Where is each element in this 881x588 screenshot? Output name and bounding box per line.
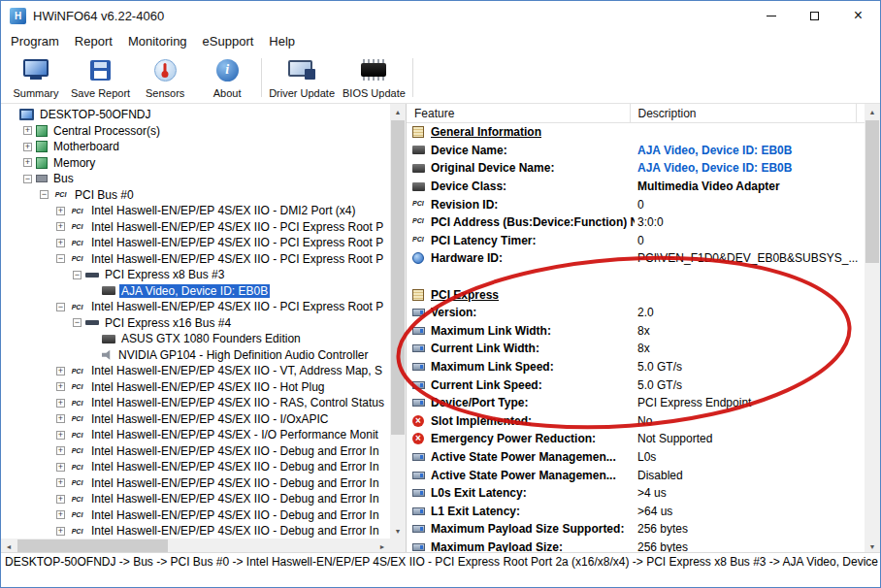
detail-row[interactable]: PCI Address (Bus:Device:Function) Nu...3…	[407, 213, 865, 232]
tree-item-intel-haswell-en-ep-ep-4s-ex-iio-debug-and[interactable]: +Intel Haswell-EN/EP/EP 4S/EX IIO - Debu…	[1, 443, 390, 460]
column-header-feature[interactable]: Feature	[407, 104, 631, 122]
tree-item-aja-video-device-id-eb0b[interactable]: AJA Video, Device ID: EB0B	[1, 283, 390, 300]
detail-row[interactable]: Device Class:Multimedia Video Adapter	[407, 178, 865, 196]
detail-row[interactable]: Active State Power Managemen...L0s	[407, 448, 865, 467]
scroll-thumb[interactable]	[391, 120, 405, 435]
detail-row[interactable]: PCI Latency Timer:0	[407, 232, 865, 250]
tree-item-motherboard[interactable]: +Motherboard	[1, 139, 390, 155]
scroll-track[interactable]	[865, 119, 880, 539]
tree-item-intel-haswell-en-ep-ep-4s-ex-iio-dmi2-port[interactable]: +Intel Haswell-EN/EP/EP 4S/EX IIO - DMI2…	[1, 203, 390, 219]
expand-plus-icon[interactable]: +	[56, 478, 65, 487]
tree-item-asus-gtx-1080-founders-edition[interactable]: ASUS GTX 1080 Founders Edition	[1, 331, 390, 347]
expand-plus-icon[interactable]: +	[23, 143, 32, 151]
detail-row[interactable]: L1 Exit Latency:>64 us	[407, 502, 865, 520]
tree-item-intel-haswell-en-ep-ep-4s-ex-iio-pci-expre[interactable]: +Intel Haswell-EN/EP/EP 4S/EX IIO - PCI …	[1, 219, 390, 236]
tree-item-intel-haswell-en-ep-ep-4s-ex-iio-debug-and[interactable]: +Intel Haswell-EN/EP/EP 4S/EX IIO - Debu…	[1, 475, 390, 492]
expand-plus-icon[interactable]: +	[23, 126, 32, 135]
details-vertical-scrollbar[interactable]: ▲ ▼	[865, 104, 880, 554]
scroll-track[interactable]	[390, 119, 406, 523]
minimize-button[interactable]	[749, 1, 793, 30]
expand-plus-icon[interactable]: +	[56, 527, 65, 536]
tree-item-intel-haswell-en-ep-ep-4s-ex-iio-hot-plug[interactable]: +Intel Haswell-EN/EP/EP 4S/EX IIO - Hot …	[1, 379, 390, 396]
close-button[interactable]: ×	[836, 1, 880, 30]
expand-plus-icon[interactable]: +	[56, 207, 65, 215]
scroll-up-icon[interactable]: ▲	[865, 104, 880, 119]
detail-row[interactable]: Maximum Link Speed:5.0 GT/s	[407, 358, 865, 376]
toolbar-save-report-button[interactable]: Save Report	[67, 52, 134, 103]
expand-plus-icon[interactable]: +	[56, 431, 65, 440]
detail-row[interactable]: Original Device Name:AJA Video, Device I…	[407, 159, 865, 178]
tree-item-memory[interactable]: +Memory	[1, 155, 390, 172]
detail-row[interactable]: Current Link Width:8x	[407, 340, 865, 358]
column-header-description[interactable]: Description	[631, 104, 858, 122]
tree-item-intel-haswell-en-ep-ep-4s-ex-iio-debug-and[interactable]: +Intel Haswell-EN/EP/EP 4S/EX IIO - Debu…	[1, 459, 390, 475]
expand-plus-icon[interactable]: +	[56, 446, 65, 455]
detail-row[interactable]: Hardware ID:PCI\VEN_F1D0&DEV_EB0B&SUBSYS…	[407, 249, 865, 268]
scroll-thumb[interactable]	[865, 120, 879, 263]
menu-item-report[interactable]: Report	[67, 32, 120, 50]
detail-row[interactable]: Device Name:AJA Video, Device ID: EB0B	[407, 142, 865, 160]
toolbar-about-button[interactable]: About	[196, 52, 258, 103]
toolbar-summary-button[interactable]: Summary	[5, 52, 67, 103]
detail-row[interactable]: Maximum Link Width:8x	[407, 322, 865, 341]
toolbar-sensors-button[interactable]: Sensors	[134, 52, 196, 103]
collapse-minus-icon[interactable]: −	[73, 271, 82, 279]
detail-row[interactable]: Active State Power Managemen...Disabled	[407, 466, 865, 484]
tree-item-pci-express-x8-bus-3[interactable]: −PCI Express x8 Bus #3	[1, 267, 390, 283]
tree-item-intel-haswell-en-ep-ep-4s-ex-iio-debug-and[interactable]: +Intel Haswell-EN/EP/EP 4S/EX IIO - Debu…	[1, 523, 390, 539]
tree-item-intel-haswell-en-ep-ep-4s-ex-iio-vt-addres[interactable]: +Intel Haswell-EN/EP/EP 4S/EX IIO - VT, …	[1, 363, 390, 379]
expand-plus-icon[interactable]: +	[56, 495, 65, 504]
tree-item-central-processor-s[interactable]: +Central Processor(s)	[1, 123, 390, 140]
detail-row[interactable]: Version:2.0	[407, 304, 865, 322]
tree-item-intel-haswell-en-ep-ep-4s-ex-iio-debug-and[interactable]: +Intel Haswell-EN/EP/EP 4S/EX IIO - Debu…	[1, 491, 390, 507]
maximize-button[interactable]	[793, 1, 836, 30]
toolbar-bios-update-button[interactable]: BIOS Update	[339, 52, 409, 103]
toolbar-driver-update-button[interactable]: Driver Update	[265, 52, 339, 103]
detail-row[interactable]: Maximum Payload Size Supported:256 bytes	[407, 520, 865, 539]
tree-vertical-scrollbar[interactable]: ▲ ▼	[390, 104, 406, 539]
detail-row[interactable]: Emergency Power Reduction:Not Supported	[407, 430, 865, 448]
menu-item-help[interactable]: Help	[261, 32, 303, 50]
collapse-minus-icon[interactable]: −	[73, 318, 82, 327]
expand-plus-icon[interactable]: +	[23, 158, 32, 167]
scroll-down-icon[interactable]: ▼	[390, 523, 406, 539]
toolbar-icon-wrap	[90, 57, 111, 83]
detail-icon-wrap	[412, 289, 430, 301]
expand-plus-icon[interactable]: +	[56, 239, 65, 247]
tree-item-pci-express-x16-bus-4[interactable]: −PCI Express x16 Bus #4	[1, 315, 390, 332]
expand-plus-icon[interactable]: +	[56, 399, 65, 408]
detail-row[interactable]: L0s Exit Latency:>4 us	[407, 484, 865, 503]
collapse-minus-icon[interactable]: −	[56, 254, 65, 263]
tree-item-nvidia-gp104-high-definition-audio-control[interactable]: NVIDIA GP104 - High Definition Audio Con…	[1, 347, 390, 364]
tree-item-intel-haswell-en-ep-ep-4s-ex-iio-pci-expre[interactable]: −Intel Haswell-EN/EP/EP 4S/EX IIO - PCI …	[1, 251, 390, 268]
tree-item-bus[interactable]: −Bus	[1, 171, 390, 187]
expand-plus-icon[interactable]: +	[56, 382, 65, 391]
collapse-minus-icon[interactable]: −	[23, 175, 32, 183]
expand-plus-icon[interactable]: +	[56, 367, 65, 376]
section-header-row[interactable]: General Information	[407, 123, 865, 142]
tree-item-intel-haswell-en-ep-ep-4s-ex-iio-pci-expre[interactable]: +Intel Haswell-EN/EP/EP 4S/EX IIO - PCI …	[1, 235, 390, 251]
expand-plus-icon[interactable]: +	[56, 414, 65, 423]
tree-item-intel-haswell-en-ep-ep-4s-ex-iio-ras-contr[interactable]: +Intel Haswell-EN/EP/EP 4S/EX IIO - RAS,…	[1, 395, 390, 411]
menu-item-esupport[interactable]: eSupport	[195, 32, 262, 50]
collapse-minus-icon[interactable]: −	[56, 303, 65, 311]
expand-plus-icon[interactable]: +	[56, 222, 65, 231]
tree-item-intel-haswell-en-ep-ep-4s-ex-iio-i-oxapic[interactable]: +Intel Haswell-EN/EP/EP 4S/EX IIO - I/Ox…	[1, 411, 390, 428]
detail-row[interactable]: Revision ID:0	[407, 195, 865, 213]
tree-item-pci-bus-0[interactable]: −PCI Bus #0	[1, 187, 390, 204]
tree-item-intel-haswell-en-ep-ep-4s-ex-iio-pci-expre[interactable]: −Intel Haswell-EN/EP/EP 4S/EX IIO - PCI …	[1, 299, 390, 315]
menu-item-monitoring[interactable]: Monitoring	[120, 32, 195, 50]
expand-plus-icon[interactable]: +	[56, 510, 65, 519]
section-header-row[interactable]: PCI Express	[407, 285, 865, 304]
menu-item-program[interactable]: Program	[3, 32, 67, 50]
detail-row[interactable]: Current Link Speed:5.0 GT/s	[407, 376, 865, 394]
scroll-up-icon[interactable]: ▲	[390, 104, 406, 119]
tree-item-desktop-50ofndj[interactable]: DESKTOP-50OFNDJ	[1, 107, 390, 123]
tree-item-intel-haswell-en-ep-ep-4s-ex-iio-debug-and[interactable]: +Intel Haswell-EN/EP/EP 4S/EX IIO - Debu…	[1, 507, 390, 524]
tree-item-intel-haswell-en-ep-ep-4s-ex-i-o-performan[interactable]: +Intel Haswell-EN/EP/EP 4S/EX - I/O Perf…	[1, 427, 390, 443]
detail-row[interactable]: Slot Implemented:No	[407, 412, 865, 431]
scroll-thumb[interactable]	[17, 539, 168, 553]
expand-plus-icon[interactable]: +	[56, 463, 65, 472]
detail-row[interactable]: Device/Port Type:PCI Express Endpoint	[407, 394, 865, 412]
collapse-minus-icon[interactable]: −	[40, 190, 49, 199]
